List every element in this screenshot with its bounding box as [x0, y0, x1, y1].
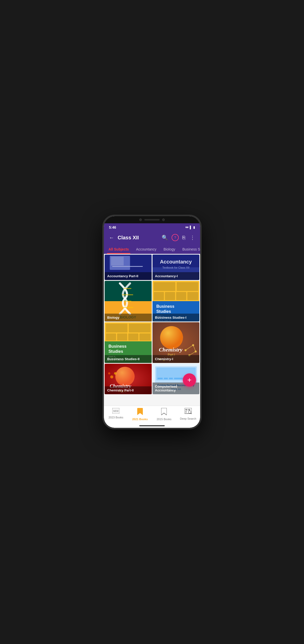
tab-bar: All Subjects Accountancy Biology Busines… [104, 245, 200, 254]
page-title: Class XII [118, 235, 158, 241]
svg-rect-32 [117, 333, 127, 341]
new-badge-icon: NEW [112, 408, 119, 415]
status-bar: 5:46 ▾▾ ▌ ▮ [104, 223, 200, 231]
svg-text:Business: Business [156, 304, 174, 309]
svg-rect-2 [111, 257, 124, 266]
book-title-accountancy-1: Accountancy-I [153, 272, 200, 280]
book-title-chemistry-2: Chemistry Part-II [105, 386, 152, 394]
camera-dot-2 [162, 218, 165, 221]
camera-dot [139, 218, 142, 221]
svg-rect-21 [176, 292, 186, 300]
svg-rect-77 [185, 409, 187, 411]
svg-rect-33 [128, 333, 139, 341]
svg-rect-22 [187, 292, 198, 300]
svg-point-62 [114, 372, 117, 375]
svg-rect-19 [154, 292, 164, 300]
svg-text:Studies: Studies [108, 349, 123, 354]
book-biz-studies-1[interactable]: Business Studies Part I Textbook for Cla… [153, 281, 200, 321]
nav-label-deep-search: Deep Search [180, 417, 196, 420]
battery-icon: ▮ [193, 226, 195, 229]
brain-icon: ? [174, 236, 176, 240]
book-title-biology: Biology [105, 314, 152, 321]
svg-rect-18 [176, 282, 198, 291]
wifi-icon: ▾▾ [185, 226, 188, 229]
svg-rect-30 [129, 324, 150, 332]
status-time: 5:46 [109, 225, 116, 229]
book-title-biz-studies-1: Bussiness Studies-I [153, 314, 200, 321]
book-accountancy-part2[interactable]: Accountancy Part-II [105, 255, 152, 280]
book-chemistry-1[interactable]: Chemistry Part I Chemistry-I [153, 322, 200, 363]
home-indicator [139, 425, 165, 426]
nav-label-2023: 2023 Books [108, 416, 123, 419]
svg-point-43 [160, 326, 183, 349]
svg-rect-78 [188, 409, 190, 411]
svg-point-61 [110, 375, 113, 378]
book-accountancy-1[interactable]: Accountancy Textbook for Class XII Accou… [153, 255, 200, 280]
svg-point-51 [184, 349, 186, 351]
book-biz-studies-2[interactable]: Business Studies Part II Textbook for Cl… [105, 322, 152, 363]
bottom-navigation: NEW 2023 Books 2021 Books [104, 406, 200, 424]
book-title-accountancy-part2: Accountancy Part-II [105, 272, 152, 280]
book-title-chemistry-1: Chemistry-I [153, 355, 200, 363]
nav-2021-books[interactable]: 2021 Books [128, 408, 152, 421]
book-chemistry-2[interactable]: Chemistry Part II Chemistry Part-II [105, 364, 152, 394]
bookmark-outline-icon [161, 408, 167, 417]
home-indicator-area [104, 424, 200, 428]
svg-rect-79 [185, 411, 187, 413]
svg-rect-69 [169, 378, 173, 379]
more-button[interactable]: ⋮ [189, 233, 196, 242]
svg-rect-31 [106, 333, 116, 341]
svg-text:Business: Business [108, 344, 127, 348]
tab-business-studies[interactable]: Business S [179, 245, 200, 254]
svg-text:Chemistry: Chemistry [159, 346, 182, 353]
svg-text:Studies: Studies [156, 309, 171, 314]
notch [104, 216, 200, 223]
signal-icon: ▌ [190, 226, 192, 229]
books-grid: Accountancy Part-II Accountancy Textbook… [104, 254, 200, 395]
svg-rect-29 [106, 324, 128, 332]
fab-add-button[interactable]: + [183, 373, 196, 387]
speaker [144, 219, 160, 221]
svg-point-53 [195, 350, 197, 353]
fab-plus-icon: + [187, 376, 191, 384]
tab-accountancy[interactable]: Accountancy [132, 245, 160, 254]
nav-2023-books[interactable]: NEW 2023 Books [104, 408, 128, 421]
svg-rect-34 [140, 333, 150, 341]
nav-label-2021: 2021 Books [132, 418, 148, 421]
bookmark-filled-icon [137, 408, 143, 417]
back-button[interactable]: ← [108, 234, 115, 242]
phone-screen: 5:46 ▾▾ ▌ ▮ ← Class XII 🔍 ? ⎘ ⋮ All Subj… [104, 216, 200, 428]
header: ← Class XII 🔍 ? ⎘ ⋮ [104, 231, 200, 245]
svg-rect-67 [157, 378, 162, 379]
brain-button[interactable]: ? [172, 234, 179, 241]
book-biology[interactable]: BIOLOGY Biology [105, 281, 152, 321]
svg-rect-3 [112, 266, 143, 267]
svg-rect-20 [165, 292, 175, 300]
svg-point-52 [192, 344, 194, 346]
svg-text:Textbook for Class XII: Textbook for Class XII [162, 266, 189, 269]
status-icons: ▾▾ ▌ ▮ [185, 226, 195, 229]
content-area: Accountancy Part-II Accountancy Textbook… [104, 254, 200, 406]
nav-deep-search[interactable]: Deep Search [176, 408, 200, 421]
tab-all-subjects[interactable]: All Subjects [105, 245, 132, 254]
book-title-biz-studies-2: Bussiness Studies-II [105, 355, 152, 363]
nav-label-2015: 2015 Books [157, 418, 171, 421]
share-button[interactable]: ⎘ [181, 234, 186, 242]
svg-point-63 [108, 372, 110, 374]
phone-frame: 5:46 ▾▾ ▌ ▮ ← Class XII 🔍 ? ⎘ ⋮ All Subj… [102, 215, 202, 429]
deep-search-icon [185, 408, 192, 416]
search-button[interactable]: 🔍 [161, 233, 169, 242]
nav-2015-books[interactable]: 2015 Books [152, 408, 176, 421]
svg-text:Accountancy: Accountancy [160, 259, 192, 265]
svg-text:NEW: NEW [113, 410, 119, 412]
svg-rect-68 [164, 378, 168, 379]
tab-biology[interactable]: Biology [160, 245, 179, 254]
svg-rect-17 [154, 282, 175, 291]
